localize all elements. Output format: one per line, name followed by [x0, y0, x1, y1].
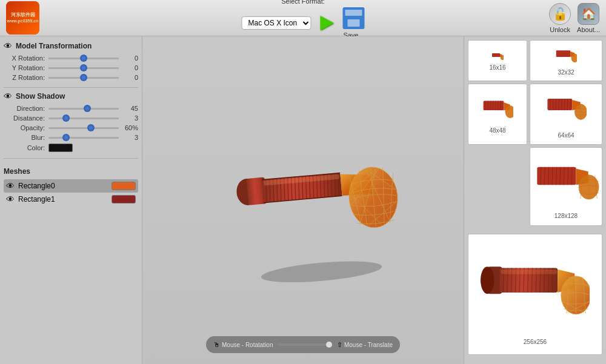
svg-rect-34 — [492, 53, 500, 57]
preview-256-img — [481, 243, 590, 337]
app-logo: 河东软件园www.pc0359.cn — [6, 1, 39, 35]
direction-value: 45 — [119, 105, 138, 112]
model-transform-title: Model Transformation — [16, 42, 92, 50]
preview-256-label: 256x256 — [524, 339, 547, 345]
svg-line-55 — [567, 99, 568, 110]
svg-line-52 — [559, 99, 559, 110]
svg-line-46 — [501, 101, 501, 110]
unlock-icon: 🔓 — [549, 3, 571, 25]
mesh0-color[interactable] — [112, 182, 136, 190]
shadow-eye-icon[interactable]: 👁 — [4, 91, 12, 101]
svg-point-78 — [481, 266, 494, 294]
save-disk-icon — [343, 7, 365, 29]
about-button[interactable]: 🏠 About... — [577, 3, 600, 33]
svg-line-49 — [550, 99, 550, 110]
mouse-right-icon: ⇧ — [337, 341, 342, 349]
svg-line-43 — [493, 101, 493, 110]
svg-line-40 — [485, 101, 486, 110]
3d-object-svg — [193, 101, 414, 299]
mouse-bar-slider[interactable] — [278, 343, 332, 346]
opacity-value: 60% — [119, 124, 138, 131]
preview-64-label: 64x64 — [558, 132, 574, 139]
direction-row: Direction: 45 — [4, 105, 138, 112]
divider-2 — [4, 158, 138, 159]
x-rotation-value: 0 — [119, 55, 138, 62]
z-rotation-row: Z Rotation: 0 — [4, 74, 138, 81]
preview-128-label: 128x128 — [554, 213, 578, 219]
svg-rect-36 — [556, 50, 570, 57]
right-buttons: 🔓 Unlock 🏠 About... — [549, 3, 600, 33]
preview-48-img — [482, 94, 513, 126]
format-select[interactable]: Mac OS X Icon Windows Icon PNG JPEG — [242, 16, 311, 30]
center-controls: Select Format: Mac OS X Icon Windows Ico… — [242, 0, 365, 39]
meshes-section: Meshes 👁 Rectangle0 👁 Rectangle1 — [4, 167, 138, 206]
blur-label: Blur: — [7, 134, 48, 141]
y-rotation-label: Y Rotation: — [7, 64, 48, 71]
mesh1-color[interactable] — [112, 195, 136, 204]
shadow-ellipse — [260, 257, 382, 286]
svg-line-56 — [570, 99, 571, 110]
mesh0-eye-icon[interactable]: 👁 — [6, 181, 15, 191]
meshes-title: Meshes — [4, 167, 30, 176]
meshes-header: Meshes — [4, 167, 138, 176]
color-label: Color: — [7, 144, 48, 151]
preview-64: 64x64 — [530, 84, 602, 144]
x-rotation-label: X Rotation: — [7, 55, 48, 62]
direction-label: Direction: — [7, 105, 48, 112]
svg-line-42 — [490, 101, 491, 110]
blur-value: 3 — [119, 134, 138, 141]
mouse-rotate-label: Mouse - Rotatation — [222, 342, 273, 348]
about-icon: 🏠 — [578, 3, 599, 25]
svg-line-54 — [564, 99, 565, 110]
opacity-label: Opacity: — [7, 124, 48, 131]
save-button[interactable]: Save... — [343, 7, 365, 39]
left-panel: 👁 Model Transformation X Rotation: 0 Y R… — [0, 36, 142, 364]
preview-16-img — [491, 51, 504, 63]
opacity-slider[interactable] — [48, 124, 119, 131]
mesh1-eye-icon[interactable]: 👁 — [6, 194, 15, 204]
preview-256: 256x256 — [468, 234, 602, 355]
z-rotation-value: 0 — [119, 74, 138, 81]
svg-line-41 — [488, 101, 488, 110]
mouse-translate-label: Mouse - Translate — [344, 342, 393, 348]
svg-line-45 — [498, 101, 499, 110]
format-label: Select Format: — [281, 0, 325, 5]
x-rotation-slider[interactable] — [48, 55, 119, 62]
z-rotation-label: Z Rotation: — [7, 74, 48, 81]
unlock-button[interactable]: 🔓 Unlock — [549, 3, 571, 33]
preview-128: 128x128 — [530, 147, 602, 226]
divider-1 — [4, 87, 138, 88]
distance-slider[interactable] — [48, 114, 119, 122]
preview-32: 32x32 — [530, 40, 602, 81]
blur-slider[interactable] — [48, 134, 119, 141]
mesh-row-1[interactable]: 👁 Rectangle1 — [4, 193, 138, 206]
svg-rect-47 — [547, 99, 572, 110]
color-swatch[interactable] — [48, 144, 73, 152]
main-content: 👁 Model Transformation X Rotation: 0 Y R… — [0, 36, 606, 364]
arrow-icon — [316, 15, 338, 31]
svg-line-50 — [553, 99, 553, 110]
preview-48-label: 48x48 — [489, 127, 505, 134]
mesh0-name: Rectangle0 — [18, 182, 55, 190]
about-label: About... — [577, 26, 600, 33]
mouse-bar: 🖱 Mouse - Rotatation ⇧ Mouse - Translate — [206, 336, 400, 353]
right-panel: 16x16 32x32 — [464, 36, 606, 364]
top-bar: 河东软件园www.pc0359.cn Select Format: Mac OS… — [0, 0, 606, 36]
preview-16-label: 16x16 — [489, 64, 505, 71]
mesh-row-0[interactable]: 👁 Rectangle0 — [4, 179, 138, 193]
svg-rect-102 — [501, 269, 557, 274]
shadow-title: Show Shadow — [16, 92, 65, 101]
shadow-header: 👁 Show Shadow — [4, 91, 138, 101]
mouse-bar-thumb — [326, 342, 332, 348]
distance-row: Disatance: 3 — [4, 114, 138, 122]
opacity-row: Opacity: 60% — [4, 124, 138, 131]
viewport: 🖱 Mouse - Rotatation ⇧ Mouse - Translate — [142, 36, 464, 364]
y-rotation-slider[interactable] — [48, 64, 119, 71]
green-arrow-shape — [321, 16, 334, 30]
color-row: Color: — [4, 144, 138, 152]
model-transform-eye-icon[interactable]: 👁 — [4, 41, 12, 51]
direction-slider[interactable] — [48, 105, 119, 112]
z-rotation-slider[interactable] — [48, 74, 119, 81]
preview-64-img — [545, 90, 587, 131]
preview-48: 48x48 — [468, 84, 527, 144]
